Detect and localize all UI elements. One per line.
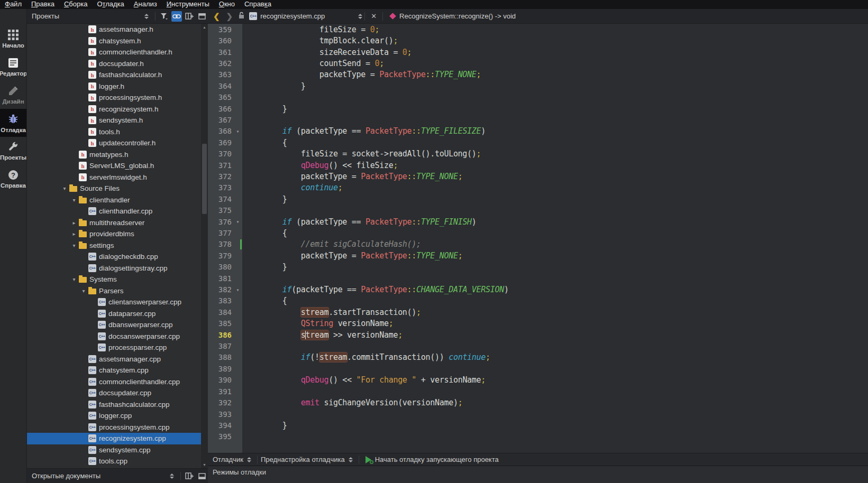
line-number-gutter[interactable]: 382▾: [208, 284, 242, 295]
document-selector[interactable]: C++ recognizesystem.cpp: [247, 12, 362, 20]
code-line[interactable]: 364 }: [208, 80, 868, 91]
code-text[interactable]: emit sigChangeVersion(versionName);: [242, 398, 868, 407]
mode-debug[interactable]: Отладка: [0, 109, 26, 137]
tree-item[interactable]: C++docsanswerparser.cpp: [27, 331, 202, 342]
menu-item[interactable]: Справка: [240, 0, 276, 9]
code-line[interactable]: 368▾ if (packetType == PacketType::TYPE_…: [208, 126, 868, 137]
line-number-gutter[interactable]: 373: [208, 182, 242, 193]
code-line[interactable]: 395: [208, 431, 868, 442]
tree-item[interactable]: hmetatypes.h: [27, 149, 202, 161]
code-line[interactable]: 379 packetType = PacketType::TYPE_NONE;: [208, 250, 868, 261]
collapse-panel-icon[interactable]: [197, 11, 207, 22]
line-number-gutter[interactable]: 371: [208, 160, 242, 171]
code-text[interactable]: if (packetType == PacketType::TYPE_FINIS…: [242, 217, 868, 227]
tree-item[interactable]: C++logger.cpp: [27, 410, 202, 422]
code-line[interactable]: 391: [208, 386, 868, 397]
tree-item[interactable]: C++recognizesystem.cpp: [27, 433, 202, 444]
code-text[interactable]: }: [242, 421, 868, 430]
tree-item[interactable]: ▾clienthandler: [27, 194, 202, 206]
tree-item[interactable]: ▸multithreadserver: [27, 217, 202, 229]
code-line[interactable]: 365: [208, 91, 868, 103]
scroll-down-icon[interactable]: ▼: [201, 461, 208, 468]
line-number-gutter[interactable]: 363: [208, 69, 242, 80]
code-text[interactable]: {: [242, 296, 868, 305]
tree-item[interactable]: hassetsmanager.h: [27, 24, 202, 35]
line-number-gutter[interactable]: 365: [208, 91, 242, 103]
code-line[interactable]: 390 qDebug() << "For change " + versionN…: [208, 375, 868, 386]
mode-projects[interactable]: Проекты: [0, 137, 26, 165]
code-line[interactable]: 372 packetType = PacketType::TYPE_NONE;: [208, 171, 868, 182]
code-line[interactable]: 392 emit sigChangeVersion(versionName);: [208, 397, 868, 408]
chevron-down-icon[interactable]: ▾: [79, 288, 88, 294]
code-line[interactable]: 382▾ if(packetType == PacketType::CHANGE…: [208, 284, 868, 295]
line-number-gutter[interactable]: 388: [208, 352, 242, 363]
line-number-gutter[interactable]: 374: [208, 193, 242, 205]
line-number-gutter[interactable]: 372: [208, 171, 242, 182]
code-text[interactable]: packetType = PacketType::TYPE_NONE;: [242, 70, 868, 79]
code-text[interactable]: {: [242, 228, 868, 238]
line-number-gutter[interactable]: 381: [208, 273, 242, 284]
updown-icon[interactable]: [247, 457, 251, 462]
code-line[interactable]: 359 fileSize = 0;: [208, 24, 868, 35]
tree-item[interactable]: hprocessingsystem.h: [27, 92, 202, 104]
tree-item[interactable]: hchatsystem.h: [27, 35, 202, 47]
line-number-gutter[interactable]: 362: [208, 58, 242, 69]
collapse-panel-icon[interactable]: [197, 471, 207, 481]
code-line[interactable]: 380 }: [208, 262, 868, 273]
line-number-gutter[interactable]: 369: [208, 137, 242, 148]
tree-item[interactable]: htools.h: [27, 126, 202, 138]
line-number-gutter[interactable]: 392: [208, 397, 242, 408]
code-editor[interactable]: 359 fileSize = 0;360 tmpBlock.clear();36…: [208, 24, 868, 453]
line-number-gutter[interactable]: 367: [208, 114, 242, 125]
tree-item[interactable]: ▾Source Files: [27, 183, 202, 194]
line-number-gutter[interactable]: 370: [208, 148, 242, 159]
tree-item[interactable]: C++assetsmanager.cpp: [27, 354, 202, 365]
chevron-right-icon[interactable]: ▸: [69, 220, 79, 226]
code-text[interactable]: if(packetType == PacketType::CHANGE_DATA…: [242, 285, 868, 294]
tree-item[interactable]: hServerLMS_global.h: [27, 160, 202, 172]
chevron-down-icon[interactable]: ▾: [69, 197, 79, 203]
line-number-gutter[interactable]: 366: [208, 103, 242, 114]
code-text[interactable]: packetType = PacketType::TYPE_NONE;: [242, 251, 868, 261]
code-text[interactable]: if (packetType == PacketType::TYPE_FILES…: [242, 126, 868, 136]
line-number-gutter[interactable]: 380: [208, 262, 242, 273]
code-line[interactable]: 360 tmpBlock.clear();: [208, 35, 868, 46]
code-line[interactable]: 387: [208, 340, 868, 351]
code-line[interactable]: 386 stream >> versionName;: [208, 329, 868, 340]
code-line[interactable]: 378 //emit sigCalculateHash();: [208, 239, 868, 250]
code-line[interactable]: 363 packetType = PacketType::TYPE_NONE;: [208, 69, 868, 80]
code-text[interactable]: }: [242, 81, 868, 91]
tree-item[interactable]: C++dialogsettingstray.cpp: [27, 263, 202, 274]
code-text[interactable]: qDebug() << fileSize;: [242, 161, 868, 170]
line-number-gutter[interactable]: 391: [208, 386, 242, 397]
code-line[interactable]: 384 stream.startTransaction();: [208, 306, 868, 318]
debug-start-icon[interactable]: [366, 456, 372, 463]
tree-item[interactable]: C++docsupdater.cpp: [27, 387, 202, 399]
tree-item[interactable]: hfasthashcalculator.h: [27, 69, 202, 81]
tree-item[interactable]: C++fasthashcalculator.cpp: [27, 399, 202, 411]
code-line[interactable]: 361 sizeReceiveData = 0;: [208, 47, 868, 58]
code-text[interactable]: sizeReceiveData = 0;: [242, 48, 868, 57]
fold-marker-icon[interactable]: ▾: [233, 128, 242, 134]
chevron-left-icon[interactable]: ❮: [210, 12, 223, 21]
debugger-preset-combo[interactable]: Преднастройка отладчика: [261, 456, 345, 463]
code-line[interactable]: 371 qDebug() << fileSize;: [208, 160, 868, 171]
line-number-gutter[interactable]: 360: [208, 35, 242, 46]
tree-item[interactable]: C++clienthandler.cpp: [27, 206, 202, 217]
tree-item[interactable]: C++dbanswerparser.cpp: [27, 319, 202, 331]
code-line[interactable]: 369 {: [208, 137, 868, 148]
code-text[interactable]: QString versionName;: [242, 319, 868, 328]
chevron-down-icon[interactable]: ▾: [69, 243, 79, 248]
code-text[interactable]: qDebug() << "For change " + versionName;: [242, 375, 868, 385]
code-text[interactable]: }: [242, 262, 868, 272]
tree-item[interactable]: C++dataparser.cpp: [27, 308, 202, 320]
line-number-gutter[interactable]: 359: [208, 24, 242, 35]
line-number-gutter[interactable]: 368▾: [208, 126, 242, 137]
debug-start-label[interactable]: Начать отладку запускающего проекта: [375, 456, 499, 463]
tree-item[interactable]: ▾settings: [27, 240, 202, 252]
code-line[interactable]: 366 }: [208, 103, 868, 114]
line-number-gutter[interactable]: 386: [208, 329, 242, 340]
scroll-up-icon[interactable]: ▲: [201, 24, 208, 31]
line-number-gutter[interactable]: 390: [208, 375, 242, 386]
fold-marker-icon[interactable]: ▾: [233, 287, 242, 293]
